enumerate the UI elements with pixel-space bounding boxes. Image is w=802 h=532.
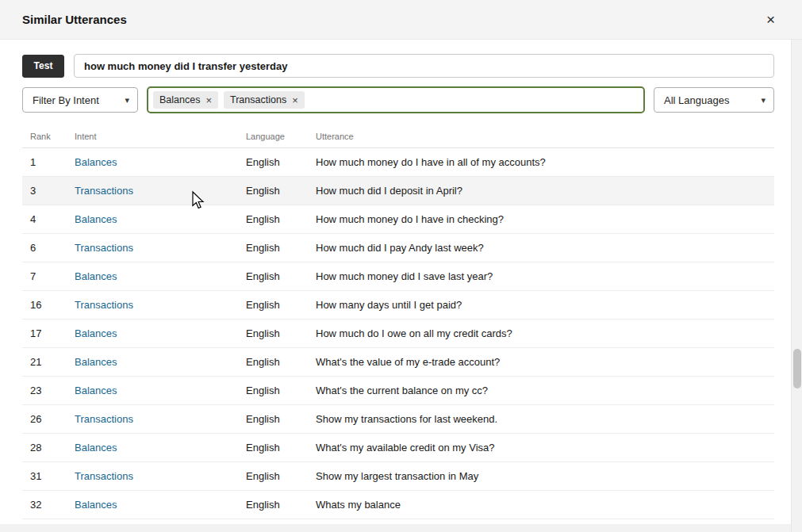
filter-by-intent-label: Filter By Intent xyxy=(33,94,99,106)
intent-chip-transactions: Transactions × xyxy=(224,91,305,109)
rank-cell: 28 xyxy=(30,442,75,454)
close-icon[interactable]: × xyxy=(762,10,780,29)
test-utterance-input[interactable] xyxy=(74,54,774,78)
intent-chip-balances: Balances × xyxy=(153,91,218,109)
intent-link[interactable]: Transactions xyxy=(75,185,246,197)
rank-cell: 31 xyxy=(30,470,75,482)
intent-link[interactable]: Transactions xyxy=(75,470,246,482)
language-cell: English xyxy=(246,499,316,511)
intent-link[interactable]: Transactions xyxy=(75,413,246,425)
chevron-down-icon: ▾ xyxy=(761,95,766,105)
utterance-cell: How much money did I save last year? xyxy=(316,270,774,282)
utterance-cell: How much money do I have in all of my ac… xyxy=(316,156,774,168)
filter-bar: Filter By Intent ▾ Balances × Transactio… xyxy=(22,86,774,113)
language-cell: English xyxy=(246,413,316,425)
language-cell: English xyxy=(246,156,316,168)
table-row[interactable]: 16 Transactions English How many days un… xyxy=(22,291,774,320)
utterance-cell: How many days until I get paid? xyxy=(316,299,774,311)
language-cell: English xyxy=(246,185,316,197)
utterance-cell: How much did I deposit in April? xyxy=(316,185,774,197)
language-cell: English xyxy=(246,442,316,454)
utterance-cell: Whats my balance xyxy=(316,499,774,511)
rank-cell: 7 xyxy=(30,270,75,282)
intent-link[interactable]: Balances xyxy=(75,356,246,368)
rank-cell: 3 xyxy=(30,185,75,197)
intent-link[interactable]: Balances xyxy=(75,213,246,225)
table-row[interactable]: 32 Balances English Whats my balance xyxy=(22,491,774,519)
horizontal-scrollbar[interactable] xyxy=(0,524,791,532)
intent-link[interactable]: Transactions xyxy=(75,299,246,311)
remove-chip-icon[interactable]: × xyxy=(205,95,212,105)
language-cell: English xyxy=(246,213,316,225)
utterance-cell: How much do I owe on all my credit cards… xyxy=(316,327,774,339)
chip-label: Balances xyxy=(159,94,200,105)
utterance-table-body: 1 Balances English How much money do I h… xyxy=(22,148,774,519)
utterance-cell: What's my available credit on my Visa? xyxy=(316,442,774,454)
utterance-table: Rank Intent Language Utterance 1 Balance… xyxy=(22,124,774,519)
rank-cell: 16 xyxy=(30,299,75,311)
utterance-cell: What's the value of my e-trade account? xyxy=(316,356,774,368)
test-button[interactable]: Test xyxy=(22,55,64,78)
rank-cell: 6 xyxy=(30,242,75,254)
table-row[interactable]: 7 Balances English How much money did I … xyxy=(22,262,774,291)
table-header-row: Rank Intent Language Utterance xyxy=(22,124,774,148)
utterance-cell: Show my transactions for last weekend. xyxy=(316,413,774,425)
table-row[interactable]: 28 Balances English What's my available … xyxy=(22,434,774,462)
intent-link[interactable]: Balances xyxy=(75,499,246,511)
vertical-scrollbar-thumb[interactable] xyxy=(793,349,801,388)
chevron-down-icon: ▾ xyxy=(125,95,129,105)
language-cell: English xyxy=(246,356,316,368)
language-dropdown-value: All Languages xyxy=(664,94,729,106)
column-header-language: Language xyxy=(246,132,316,141)
table-row[interactable]: 1 Balances English How much money do I h… xyxy=(22,148,774,177)
chip-label: Transactions xyxy=(230,94,286,105)
intent-link[interactable]: Transactions xyxy=(75,242,246,254)
table-row[interactable]: 21 Balances English What's the value of … xyxy=(22,348,774,377)
table-row[interactable]: 3 Transactions English How much did I de… xyxy=(22,177,774,205)
dialog-content: Test Filter By Intent ▾ Balances × Trans… xyxy=(0,40,791,532)
column-header-intent: Intent xyxy=(75,132,246,141)
utterance-cell: Show my largest transaction in May xyxy=(316,470,774,482)
column-header-utterance: Utterance xyxy=(316,132,774,141)
rank-cell: 21 xyxy=(30,356,75,368)
table-row[interactable]: 4 Balances English How much money do I h… xyxy=(22,205,774,234)
intent-link[interactable]: Balances xyxy=(75,156,246,168)
utterance-cell: How much money do I have in checking? xyxy=(316,213,774,225)
rank-cell: 32 xyxy=(30,499,75,511)
intent-link[interactable]: Balances xyxy=(75,327,246,339)
table-row[interactable]: 6 Transactions English How much did I pa… xyxy=(22,234,774,262)
language-cell: English xyxy=(246,270,316,282)
dialog-header: Similar Utterances × xyxy=(0,0,802,40)
intent-chips-field[interactable]: Balances × Transactions × xyxy=(147,86,645,113)
language-cell: English xyxy=(246,327,316,339)
table-row[interactable]: 17 Balances English How much do I owe on… xyxy=(22,320,774,348)
rank-cell: 17 xyxy=(30,327,75,339)
table-row[interactable]: 23 Balances English What's the current b… xyxy=(22,377,774,405)
rank-cell: 23 xyxy=(30,385,75,396)
rank-cell: 4 xyxy=(30,213,75,225)
rank-cell: 26 xyxy=(30,413,75,425)
utterance-cell: How much did I pay Andy last week? xyxy=(316,242,774,254)
intent-link[interactable]: Balances xyxy=(75,442,246,454)
table-row[interactable]: 31 Transactions English Show my largest … xyxy=(22,462,774,491)
filter-by-intent-dropdown[interactable]: Filter By Intent ▾ xyxy=(22,87,138,113)
language-dropdown[interactable]: All Languages ▾ xyxy=(654,87,774,113)
test-bar: Test xyxy=(22,54,774,78)
vertical-scrollbar[interactable] xyxy=(791,40,802,532)
column-header-rank: Rank xyxy=(30,132,75,141)
rank-cell: 1 xyxy=(30,156,75,168)
language-cell: English xyxy=(246,385,316,396)
utterance-cell: What's the current balance on my cc? xyxy=(316,385,774,396)
table-row[interactable]: 26 Transactions English Show my transact… xyxy=(22,405,774,434)
language-cell: English xyxy=(246,242,316,254)
intent-link[interactable]: Balances xyxy=(75,385,246,396)
language-cell: English xyxy=(246,299,316,311)
remove-chip-icon[interactable]: × xyxy=(292,95,298,105)
intent-link[interactable]: Balances xyxy=(75,270,246,282)
language-cell: English xyxy=(246,470,316,482)
dialog-title: Similar Utterances xyxy=(22,13,127,26)
